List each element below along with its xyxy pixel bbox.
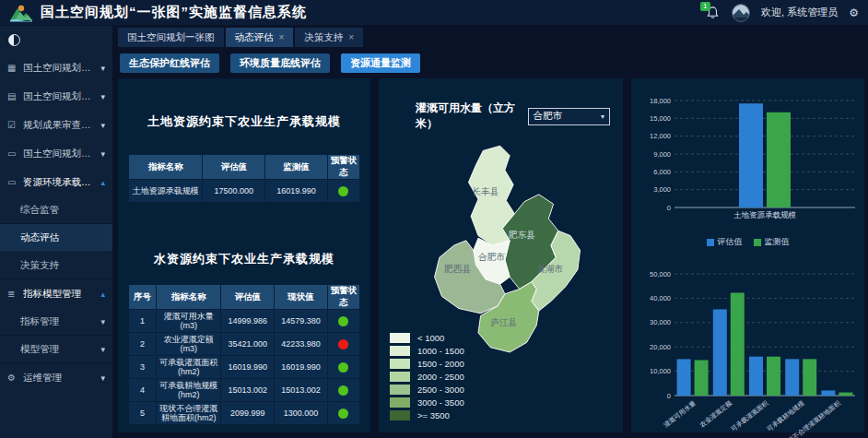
table-cell: 现状不合理灌溉耕地面积(hm2) (157, 402, 221, 425)
table-cell: 35421.000 (221, 333, 275, 356)
y-tick-label: 30,000 (650, 318, 671, 326)
chevron-down-icon: ▾ (100, 345, 105, 354)
table-cell: 可承载耕地规模(hm2) (157, 379, 221, 402)
gear-icon: ⚙ (7, 373, 19, 383)
sidebar-item-1[interactable]: ▤国土空间规划分析评价▾ (0, 82, 112, 111)
bar-监测值 (767, 357, 780, 396)
sidebar-item-6[interactable]: ⚙运维管理▾ (0, 363, 112, 392)
sidebar-item-4[interactable]: ▭资源环境承载力监测预警▴ (0, 168, 112, 196)
chevron-down-icon: ▾ (98, 92, 105, 101)
map-title: 灌溉可用水量（立方米） (416, 101, 528, 132)
sidebar-subitem-label: 指标管理 (20, 315, 59, 328)
toolbar-button-资源通量监测[interactable]: 资源通量监测 (341, 53, 420, 73)
tab-bar: 国土空间规划一张图动态评估×决策支持× (118, 28, 864, 47)
status-cell (327, 180, 359, 203)
table-row: 土地资源承载规模17500.00016019.990 (129, 180, 360, 203)
table-row: 2农业灌溉定额(m3)35421.00042233.980 (129, 333, 360, 356)
table-cell: 土地资源承载规模 (129, 180, 203, 203)
bar-评估值 (821, 390, 835, 396)
land-resource-table: 指标名称评估值监测值预警状态土地资源承载规模17500.00016019.990 (128, 154, 360, 203)
status-dot-green (338, 408, 348, 419)
close-icon[interactable]: × (279, 32, 285, 42)
legend-item: 1000 - 1500 (390, 344, 464, 357)
sidebar-collapse-toggle[interactable] (8, 34, 20, 46)
table-cell: 16019.990 (221, 356, 275, 379)
avatar-image (733, 5, 750, 22)
table-cell: 2 (129, 333, 157, 356)
sidebar-subitem-指标管理[interactable]: 指标管理▾ (0, 308, 112, 336)
legend-swatch (390, 346, 410, 356)
chevron-down-icon: ▾ (98, 121, 105, 130)
y-tick-label: 18,000 (650, 97, 671, 105)
table-cell: 15013.002 (275, 379, 328, 402)
table-cell: 2099.999 (221, 402, 275, 425)
app-title: 国土空间规划“一张图”实施监督信息系统 (41, 4, 307, 21)
y-tick-label: 3,000 (653, 185, 671, 194)
sidebar-item-2[interactable]: ☑规划成果审查与管理▾ (0, 111, 112, 139)
table-header-row: 指标名称评估值监测值预警状态 (129, 155, 360, 180)
table-row: 5现状不合理灌溉耕地面积(hm2)2099.9991300.000 (129, 402, 360, 425)
legend-label: 监测值 (765, 236, 790, 248)
column-header: 评估值 (221, 285, 275, 310)
chevron-down-icon: ▾ (98, 149, 105, 159)
legend-item-评估值: 评估值 (707, 236, 743, 248)
table-cell: 17500.000 (203, 180, 265, 203)
bar-监测值 (803, 359, 816, 396)
table-cell: 1 (129, 310, 157, 333)
y-tick-label: 20,000 (650, 343, 671, 351)
legend-swatch (390, 397, 410, 408)
y-tick-label: 12,000 (650, 132, 671, 140)
notifications-button[interactable]: 1 (706, 6, 721, 20)
x-tick-label: 农业灌溉定额 (698, 399, 734, 430)
legend-swatch (390, 333, 410, 343)
bar-评估值 (785, 359, 799, 396)
table-cell: 14579.380 (275, 310, 328, 333)
notification-badge: 1 (700, 2, 710, 11)
map-icon: ▦ (7, 63, 19, 73)
sidebar-item-0[interactable]: ▦国土空间规划一张图▾ (0, 53, 112, 82)
city-select[interactable]: 合肥市 ▾ (528, 108, 610, 125)
x-tick-label: 灌溉可用水量 (662, 399, 697, 429)
sidebar-subitem-决策支持[interactable]: 决策支持 (0, 252, 112, 279)
table-row: 1灌溉可用水量(m3)14999.98614579.380 (129, 310, 360, 333)
sidebar-subitem-综合监管[interactable]: 综合监管 (0, 196, 112, 224)
chevron-up-icon: ▴ (98, 290, 105, 299)
tab-国土空间规划一张图[interactable]: 国土空间规划一张图 (118, 28, 224, 47)
table-row: 3可承载灌溉面积(hm2)16019.99016019.990 (129, 356, 360, 379)
sidebar: ▦国土空间规划一张图▾▤国土空间规划分析评价▾☑规划成果审查与管理▾▭国土空间规… (0, 26, 112, 438)
column-header: 现状值 (275, 285, 328, 310)
sidebar-item-label: 规划成果审查与管理 (23, 119, 98, 132)
tables-panel: 土地资源约束下农业生产承载规模 指标名称评估值监测值预警状态土地资源承载规模17… (118, 78, 370, 432)
map-region-label: 巢湖市 (535, 264, 563, 274)
map-legend: < 10001000 - 15001500 - 20002000 - 25002… (390, 331, 464, 421)
sidebar-item-label: 国土空间规划分析评价 (23, 90, 98, 103)
settings-icon[interactable]: ⚙ (849, 6, 859, 19)
x-tick-label: 可承载灌溉面积 (729, 399, 769, 432)
toolbar-button-生态保护红线评估[interactable]: 生态保护红线评估 (120, 53, 219, 73)
bar-监测值 (839, 393, 852, 396)
legend-item: 1500 - 2000 (390, 357, 464, 370)
tab-动态评估[interactable]: 动态评估× (226, 28, 294, 47)
section2-title: 水资源约束下农业生产承载规模 (118, 251, 370, 267)
table-header-row: 序号指标名称评估值现状值预警状态 (129, 285, 360, 310)
legend-item: 3000 - 3500 (390, 396, 464, 408)
table-cell: 1300.000 (275, 402, 328, 425)
close-icon[interactable]: × (348, 32, 354, 42)
monitor-icon: ▭ (7, 177, 19, 187)
sidebar-item-5[interactable]: ≣指标模型管理▴ (0, 279, 112, 308)
sidebar-subitem-模型管理[interactable]: 模型管理▾ (0, 336, 112, 363)
column-header: 指标名称 (157, 285, 221, 310)
avatar[interactable] (732, 4, 750, 22)
monitor-icon: ▭ (7, 148, 19, 159)
sidebar-item-label: 国土空间规划监测评估预警 (23, 148, 98, 160)
tab-决策支持[interactable]: 决策支持× (295, 28, 363, 47)
sidebar-subitem-label: 决策支持 (20, 259, 59, 272)
sidebar-item-3[interactable]: ▭国土空间规划监测评估预警▾ (0, 139, 112, 168)
sidebar-subitem-动态评估[interactable]: 动态评估 (0, 224, 112, 252)
status-dot-red (338, 339, 348, 349)
column-header: 预警状态 (327, 155, 359, 180)
legend-swatch (707, 239, 714, 246)
toolbar-button-环境质量底线评估[interactable]: 环境质量底线评估 (230, 53, 330, 73)
x-tick-label: 土地资源承载规模 (733, 210, 797, 219)
x-tick-label: 现状不合理灌溉耕地面积 (781, 399, 842, 438)
